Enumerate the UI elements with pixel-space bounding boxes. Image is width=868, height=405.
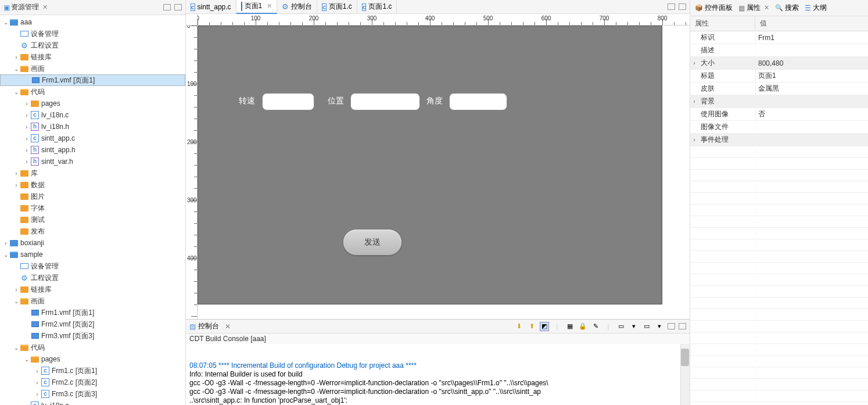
tree-item[interactable]: ⌄代码	[0, 342, 185, 353]
tree-item[interactable]: ›hsintt_app.h	[0, 144, 185, 156]
tree-item[interactable]: ›pages	[0, 98, 185, 109]
tree-item[interactable]: Frm1.vmf [页面1]	[0, 307, 185, 318]
prop-expander-icon[interactable]: ›	[690, 137, 698, 143]
right-panel-tab[interactable]: 📦控件面板	[693, 2, 735, 14]
console-maximize-icon[interactable]	[679, 323, 686, 329]
prop-value[interactable]	[755, 126, 868, 128]
expander-icon[interactable]: ›	[23, 147, 30, 153]
prop-value[interactable]	[755, 101, 868, 103]
expander-icon[interactable]: ›	[23, 101, 30, 107]
tree-item[interactable]: ›数据	[0, 179, 185, 191]
property-row[interactable]: 皮肤金属黑	[690, 83, 868, 95]
scroll-up-icon[interactable]: ⬆	[527, 322, 536, 331]
editor-tab[interactable]: 页面1✕	[236, 0, 278, 14]
property-row[interactable]: ›事件处理	[690, 134, 868, 146]
property-row[interactable]: 使用图像否	[690, 108, 868, 121]
console-minimize-icon[interactable]	[668, 323, 675, 329]
tree-item[interactable]: ›库	[0, 167, 185, 179]
property-row[interactable]: ›背景	[690, 95, 868, 108]
expander-icon[interactable]: ⌄	[2, 252, 9, 258]
tree-item[interactable]: ›hlv_i18n.h	[0, 121, 185, 132]
tree-item[interactable]: ⌄aaa	[0, 16, 185, 28]
expander-icon[interactable]: ⌄	[13, 66, 20, 72]
tree-item[interactable]: 图片	[0, 191, 185, 202]
form-label[interactable]: 位置	[328, 96, 344, 106]
prop-value[interactable]: 800,480	[755, 58, 868, 69]
editor-tab[interactable]: csintt_app.c	[186, 0, 236, 14]
prop-value[interactable]	[755, 49, 868, 52]
tree-item[interactable]: ›cFrm2.c [页面2]	[0, 377, 185, 388]
tree-item[interactable]: 设备管理	[0, 28, 185, 40]
form-canvas[interactable]: 转速位置角度发送	[198, 26, 662, 304]
form-textbox[interactable]	[350, 93, 420, 110]
lock-console-icon[interactable]: 🔒	[578, 322, 587, 331]
maximize-icon[interactable]	[174, 4, 182, 10]
canvas-scroll[interactable]: 0100200300400 转速位置角度发送	[186, 26, 690, 319]
display-selected-icon[interactable]: ▦	[565, 322, 575, 331]
tree-item[interactable]: ›boxianji	[0, 237, 185, 249]
tree-item[interactable]: ⌄画面	[0, 295, 185, 307]
prop-expander-icon[interactable]: ›	[690, 98, 698, 105]
right-panel-tab[interactable]: ☰大纲	[802, 2, 829, 14]
tree-item[interactable]: ⌄代码	[0, 86, 185, 98]
form-textbox[interactable]	[262, 93, 314, 110]
property-row[interactable]: 标识Frm1	[690, 31, 868, 44]
tree-item[interactable]: ›csintt_app.c	[0, 132, 185, 144]
tree-item[interactable]: ›链接库	[0, 51, 185, 63]
expander-icon[interactable]: ›	[13, 54, 20, 60]
editor-tab[interactable]: c页面1.c	[317, 0, 357, 14]
prop-value[interactable]: Frm1	[755, 33, 868, 43]
tree-item[interactable]: ⌄pages	[0, 353, 185, 365]
tree-item[interactable]: ›cFrm3.c [页面3]	[0, 388, 185, 400]
console-close-x[interactable]: ✕	[225, 322, 231, 331]
expander-icon[interactable]: ›	[23, 124, 30, 130]
expander-icon[interactable]: ›	[23, 135, 30, 142]
clear-console-icon[interactable]: ✎	[591, 322, 600, 331]
console-scrollbar[interactable]	[680, 344, 690, 405]
tree-item[interactable]: ⚙工程设置	[0, 40, 185, 51]
tab-close-icon[interactable]: ✕	[267, 2, 272, 10]
tree-item[interactable]: 字体	[0, 202, 185, 214]
expander-icon[interactable]: ⌄	[13, 298, 20, 304]
scroll-down-icon[interactable]: ⬇	[514, 322, 523, 331]
property-row[interactable]: ›大小800,480	[690, 57, 868, 70]
tree-item[interactable]: ›cFrm1.c [页面1]	[0, 365, 185, 377]
expander-icon[interactable]: ⌄	[13, 89, 20, 95]
editor-minimize-icon[interactable]	[668, 3, 675, 10]
editor-tab[interactable]: c页面1.c	[357, 0, 397, 14]
property-row[interactable]: 标题页面1	[690, 70, 868, 83]
expander-icon[interactable]: ›	[13, 286, 20, 293]
expander-icon[interactable]: ⌄	[13, 345, 20, 351]
expander-icon[interactable]: ›	[2, 240, 9, 246]
tree-item[interactable]: ›链接库	[0, 284, 185, 295]
console-scroll-thumb[interactable]	[681, 349, 689, 366]
pin-console-icon[interactable]: ◩	[540, 322, 549, 331]
editor-maximize-icon[interactable]	[679, 3, 686, 10]
tree-item[interactable]: ›clv_i18n.c	[0, 400, 185, 405]
tree-item[interactable]: ⚙工程设置	[0, 272, 185, 284]
dropdown1-icon[interactable]: ▾	[629, 322, 639, 331]
right-panel-tab[interactable]: 🔍搜索	[773, 2, 801, 14]
new-console-icon[interactable]: ▭	[642, 322, 651, 331]
tree-item[interactable]: Frm3.vmf [页面3]	[0, 330, 185, 342]
right-tab-close-icon[interactable]: ✕	[764, 4, 769, 12]
tree-item[interactable]: ⌄画面	[0, 63, 185, 74]
form-label[interactable]: 角度	[426, 96, 443, 106]
expander-icon[interactable]: ›	[23, 403, 30, 406]
prop-value[interactable]: 页面1	[755, 70, 868, 82]
right-panel-tab[interactable]: ▦属性✕	[736, 2, 772, 14]
expander-icon[interactable]: ›	[34, 391, 41, 397]
prop-value[interactable]: 否	[755, 108, 868, 120]
minimize-icon[interactable]	[163, 4, 171, 10]
tree-item[interactable]: ›hsintt_var.h	[0, 156, 185, 167]
panel-close-x[interactable]: ✕	[42, 3, 48, 11]
dropdown2-icon[interactable]: ▾	[655, 322, 664, 331]
property-row[interactable]: 描述	[690, 44, 868, 57]
send-button[interactable]: 发送	[343, 230, 401, 255]
open-console-icon[interactable]: ▭	[616, 322, 626, 331]
tree-item[interactable]: ⌄sample	[0, 249, 185, 260]
property-row[interactable]: 图像文件	[690, 121, 868, 134]
tree-item[interactable]: Frm1.vmf [页面1]	[0, 74, 185, 86]
expander-icon[interactable]: ›	[34, 368, 41, 374]
form-label[interactable]: 转速	[239, 96, 255, 106]
